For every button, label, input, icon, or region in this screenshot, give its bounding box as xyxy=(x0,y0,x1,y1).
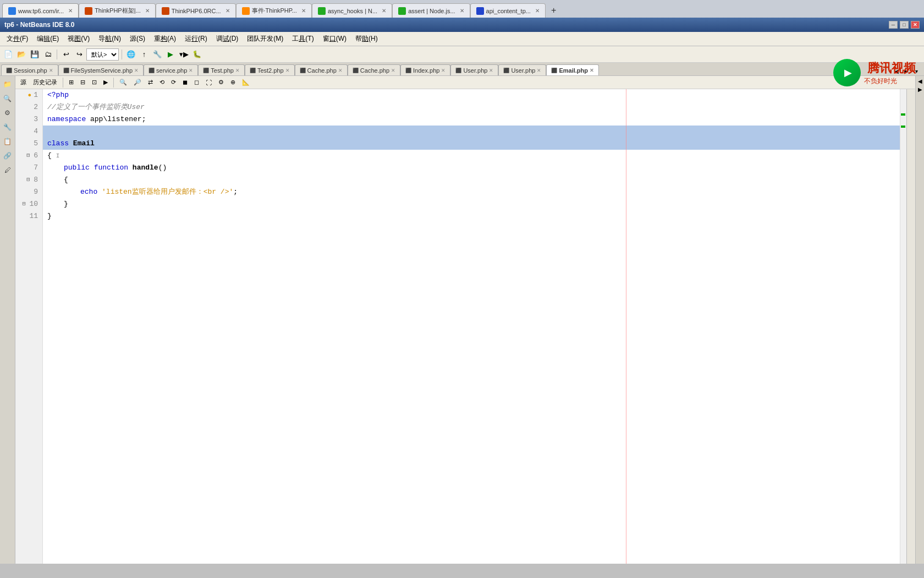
secondary-btn-1[interactable]: ⊞ xyxy=(66,78,76,87)
menu-team[interactable]: 团队开发(M) xyxy=(243,33,288,45)
debug-button[interactable]: 🐛 xyxy=(191,48,203,61)
file-tab-close-service[interactable]: ✕ xyxy=(189,68,193,73)
browser-tab-1[interactable]: www.tp6.com/ir... ✕ xyxy=(2,3,79,18)
kw-namespace: namespace xyxy=(47,113,86,126)
down-arrow-button[interactable]: 🔧 xyxy=(151,48,163,61)
file-tab-service[interactable]: ⬛ service.php ✕ xyxy=(144,64,198,75)
save-all-button[interactable]: 🗂 xyxy=(42,48,54,61)
file-icon-test: ⬛ xyxy=(203,68,209,73)
browser-tab-5[interactable]: async_hooks | N... ✕ xyxy=(312,3,392,18)
tab-close-1[interactable]: ✕ xyxy=(68,8,73,14)
tab-close-3[interactable]: ✕ xyxy=(226,8,230,14)
undo-button[interactable]: ↩ xyxy=(60,48,72,61)
browser-tab-6[interactable]: assert | Node.js... ✕ xyxy=(392,3,470,18)
maximize-button[interactable]: □ xyxy=(900,21,909,29)
file-tab-session[interactable]: ⬛ Session.php ✕ xyxy=(1,64,58,75)
left-panel-search-icon[interactable]: 🔍 xyxy=(2,92,14,105)
file-tab-index[interactable]: ⬛ Index.php ✕ xyxy=(400,64,450,75)
tab-close-6[interactable]: ✕ xyxy=(460,8,464,14)
file-tab-close-fss[interactable]: ✕ xyxy=(134,68,139,73)
run-dropdown-button[interactable]: ▾▶ xyxy=(178,48,190,61)
up-arrow-button[interactable]: ↑ xyxy=(138,48,150,61)
file-tab-cache1[interactable]: ⬛ Cache.php ✕ xyxy=(295,64,348,75)
globe-button[interactable]: 🌐 xyxy=(125,48,137,61)
open-project-button[interactable]: 📂 xyxy=(15,48,28,61)
file-tab-user2[interactable]: ⬛ User.php ✕ xyxy=(498,64,546,75)
secondary-btn-15[interactable]: 📐 xyxy=(239,78,252,87)
secondary-btn-14[interactable]: ⊕ xyxy=(228,78,238,87)
left-panel-projects-icon[interactable]: 📁 xyxy=(2,78,14,90)
ide-secondary-toolbar: 源 历史记录 ⊞ ⊟ ⊡ ▶ 🔍 🔎 ⇄ ⟲ ⟳ ◼ ◻ ⛶ ⚙ ⊕ 📐 xyxy=(15,76,915,89)
menu-view[interactable]: 视图(V) xyxy=(63,33,94,45)
new-tab-button[interactable]: + xyxy=(546,3,562,18)
file-tab-close-email[interactable]: ✕ xyxy=(590,68,594,73)
secondary-btn-13[interactable]: ⚙ xyxy=(216,78,227,87)
save-button[interactable]: 💾 xyxy=(29,48,41,61)
secondary-btn-12[interactable]: ⛶ xyxy=(203,78,215,87)
run-button[interactable]: ▶ xyxy=(164,48,177,61)
code-content-area[interactable]: <?php //定义了一个事件监听类User namespace app\lis… xyxy=(43,89,900,564)
file-tab-close-test2[interactable]: ✕ xyxy=(285,68,290,73)
file-tab-close-index[interactable]: ✕ xyxy=(441,68,446,73)
left-panel-tasks-icon[interactable]: 📋 xyxy=(2,135,14,148)
file-tab-close-test[interactable]: ✕ xyxy=(235,68,240,73)
secondary-btn-4[interactable]: ▶ xyxy=(101,78,111,87)
fold-icon-6[interactable]: ⊟ xyxy=(25,150,31,162)
browser-tab-2[interactable]: ThinkPHP框架|... ✕ xyxy=(79,3,156,18)
ide-code-editor[interactable]: ● 1 2 3 4 5 ⊟ xyxy=(15,89,915,564)
tab-close-7[interactable]: ✕ xyxy=(535,8,540,14)
editor-scrollbar[interactable] xyxy=(906,89,915,564)
menu-source[interactable]: 源(S) xyxy=(125,33,150,45)
menu-edit[interactable]: 编辑(E) xyxy=(32,33,63,45)
config-dropdown[interactable]: 默认> xyxy=(86,48,119,61)
file-tab-test2[interactable]: ⬛ Test2.php ✕ xyxy=(245,64,295,75)
file-tab-filesystemservice[interactable]: ⬛ FileSystemService.php ✕ xyxy=(58,64,144,75)
left-panel-editor-icon[interactable]: 🖊 xyxy=(2,164,14,176)
secondary-btn-2[interactable]: ⊟ xyxy=(78,78,88,87)
history-button[interactable]: 历史记录 xyxy=(30,77,60,88)
secondary-btn-6[interactable]: 🔎 xyxy=(131,78,144,87)
menu-run[interactable]: 运行(R) xyxy=(180,33,212,45)
file-tab-cache2[interactable]: ⬛ Cache.php ✕ xyxy=(348,64,400,75)
file-tab-close-cache1[interactable]: ✕ xyxy=(338,68,343,73)
secondary-btn-5[interactable]: 🔍 xyxy=(117,78,130,87)
tab-close-5[interactable]: ✕ xyxy=(382,8,386,14)
menu-navigate[interactable]: 导航(N) xyxy=(94,33,125,45)
new-project-button[interactable]: 📄 xyxy=(2,48,14,61)
minimize-button[interactable]: ─ xyxy=(889,21,898,29)
file-tab-test[interactable]: ⬛ Test.php ✕ xyxy=(198,64,245,75)
close-button[interactable]: ✕ xyxy=(911,21,920,29)
file-tab-label-cache2: Cache.php xyxy=(360,67,389,74)
secondary-btn-11[interactable]: ◻ xyxy=(191,78,202,87)
file-tab-user1[interactable]: ⬛ User.php ✕ xyxy=(450,64,498,75)
tab-close-2[interactable]: ✕ xyxy=(145,8,150,14)
fold-icon-8[interactable]: ⊟ xyxy=(25,174,31,186)
menu-window[interactable]: 窗口(W) xyxy=(318,33,351,45)
menu-refactor[interactable]: 重构(A) xyxy=(150,33,180,45)
menu-help[interactable]: 帮助(H) xyxy=(351,33,382,45)
left-panel-structure-icon[interactable]: ⚙ xyxy=(2,107,14,119)
tab-close-4[interactable]: ✕ xyxy=(301,8,306,14)
file-tab-close-session[interactable]: ✕ xyxy=(49,68,53,73)
secondary-btn-9[interactable]: ⟳ xyxy=(168,78,179,87)
source-view-button[interactable]: 源 xyxy=(18,77,29,88)
left-panel-navigator-icon[interactable]: 🔧 xyxy=(2,121,14,133)
file-tab-email[interactable]: ⬛ Email.php ✕ xyxy=(546,64,599,75)
menu-tools[interactable]: 工具(T) xyxy=(288,33,318,45)
secondary-btn-10[interactable]: ◼ xyxy=(180,78,190,87)
menu-file[interactable]: 文件(F) xyxy=(2,33,32,45)
menu-debug[interactable]: 调试(D) xyxy=(212,33,243,45)
left-panel-palette-icon[interactable]: 🔗 xyxy=(2,150,14,162)
secondary-btn-8[interactable]: ⟲ xyxy=(157,78,167,87)
browser-tab-3[interactable]: ThinkPHP6.0RC... ✕ xyxy=(156,3,236,18)
secondary-btn-3[interactable]: ⊡ xyxy=(89,78,100,87)
file-tab-close-user1[interactable]: ✕ xyxy=(489,68,493,73)
redo-button[interactable]: ↪ xyxy=(73,48,85,61)
fold-icon-10[interactable]: ⊟ xyxy=(20,198,27,210)
secondary-btn-7[interactable]: ⇄ xyxy=(145,78,156,87)
file-tab-close-user2[interactable]: ✕ xyxy=(537,68,541,73)
file-tab-close-cache2[interactable]: ✕ xyxy=(391,68,395,73)
space-7b xyxy=(128,162,133,174)
browser-tab-4[interactable]: 事件·ThinkPHP... ✕ xyxy=(236,3,312,18)
browser-tab-7[interactable]: api_content_tp... ✕ xyxy=(470,3,546,18)
